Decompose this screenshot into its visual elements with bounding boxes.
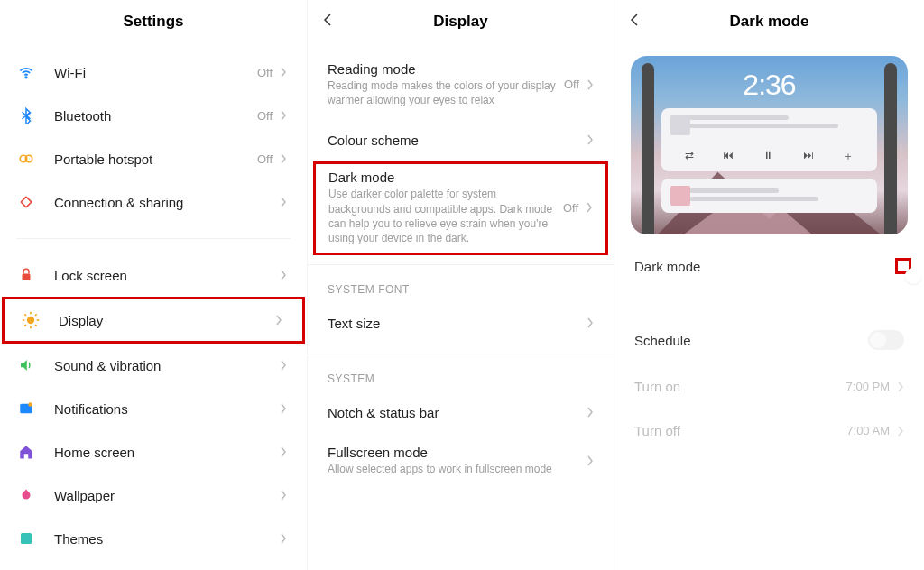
display-item-title: Notch & status bar xyxy=(328,405,587,420)
svg-point-4 xyxy=(27,317,34,324)
settings-item-sound[interactable]: Sound & vibration xyxy=(0,344,307,387)
display-item-title: Reading mode xyxy=(328,61,564,77)
display-item-notch[interactable]: Notch & status bar xyxy=(308,391,614,434)
media-controls: ⇄ ⏮ ⏸ ⏭ ＋ xyxy=(670,149,868,164)
chevron-right-icon xyxy=(280,197,287,207)
section-system-font: SYSTEM FONT xyxy=(308,274,614,301)
wallpaper-icon xyxy=(16,485,36,505)
svg-point-14 xyxy=(28,402,32,407)
chevron-right-icon xyxy=(280,533,287,544)
chevron-right-icon xyxy=(587,79,594,90)
display-item-title: Colour scheme xyxy=(328,133,587,148)
settings-item-label: Wi-Fi xyxy=(54,65,257,80)
settings-item-label: Display xyxy=(59,313,275,328)
divider xyxy=(308,264,614,265)
turn-off-row[interactable]: Turn off 7:00 AM xyxy=(614,409,924,453)
display-list: Reading mode Reading mode makes the colo… xyxy=(308,43,614,487)
hotspot-icon xyxy=(16,149,36,169)
settings-item-status: Off xyxy=(257,152,273,166)
chevron-right-icon xyxy=(280,110,287,121)
turn-off-label: Turn off xyxy=(634,423,846,438)
chevron-right-icon xyxy=(280,153,287,164)
chevron-right-icon xyxy=(897,382,904,392)
prev-icon: ⏮ xyxy=(723,149,734,164)
display-item-text-size[interactable]: Text size xyxy=(308,301,614,345)
display-item-title: Text size xyxy=(328,316,587,331)
album-thumb xyxy=(670,115,690,135)
settings-header: Settings xyxy=(0,0,307,43)
display-item-title: Dark mode xyxy=(328,170,563,185)
display-pane: Display Reading mode Reading mode makes … xyxy=(307,0,614,570)
chevron-right-icon xyxy=(587,317,594,328)
back-button[interactable] xyxy=(320,13,335,27)
display-item-fullscreen[interactable]: Fullscreen mode Allow selected apps to w… xyxy=(308,434,614,487)
chevron-right-icon xyxy=(897,426,904,437)
darkmode-toggle-highlight xyxy=(895,258,911,274)
back-button[interactable] xyxy=(627,13,642,27)
chevron-right-icon xyxy=(587,407,594,418)
settings-item-label: Lock screen xyxy=(54,268,280,283)
preview-clock: 2:36 xyxy=(631,69,908,102)
app-thumb xyxy=(670,186,690,206)
darkmode-toggle-row: Dark mode xyxy=(614,244,924,289)
settings-item-label: Home screen xyxy=(54,445,280,460)
schedule-toggle[interactable] xyxy=(868,330,904,350)
schedule-label: Schedule xyxy=(634,333,868,348)
settings-item-wallpaper[interactable]: Wallpaper xyxy=(0,473,307,517)
chevron-right-icon xyxy=(280,446,287,457)
settings-item-label: Portable hotspot xyxy=(54,152,257,167)
divider xyxy=(308,354,614,354)
settings-item-display[interactable]: Display xyxy=(2,297,305,344)
settings-item-bluetooth[interactable]: Bluetooth Off xyxy=(0,94,307,137)
settings-pane: Settings Wi-Fi Off Bluetooth Off Portabl… xyxy=(0,0,307,570)
settings-item-homescreen[interactable]: Home screen xyxy=(0,430,307,473)
svg-rect-15 xyxy=(21,533,32,544)
chevron-right-icon xyxy=(280,67,287,78)
settings-item-status: Off xyxy=(257,66,273,79)
display-item-title: Fullscreen mode xyxy=(328,445,587,460)
next-icon: ⏭ xyxy=(803,149,814,164)
chevron-right-icon xyxy=(280,490,287,501)
settings-item-status: Off xyxy=(257,109,273,123)
plus-icon: ＋ xyxy=(843,149,854,164)
themes-icon xyxy=(16,529,36,548)
preview-image: 2:36 ⇄ ⏮ ⏸ ⏭ ＋ xyxy=(631,56,908,234)
svg-line-9 xyxy=(24,314,26,316)
display-item-reading-mode[interactable]: Reading mode Reading mode makes the colo… xyxy=(308,51,614,118)
settings-item-label: Themes xyxy=(54,531,280,547)
notif-icon xyxy=(16,399,36,418)
display-item-sub: Use darker color palette for system back… xyxy=(328,187,563,245)
settings-item-hotspot[interactable]: Portable hotspot Off xyxy=(0,137,307,180)
settings-item-connection-sharing[interactable]: Connection & sharing xyxy=(0,180,307,224)
settings-item-label: Bluetooth xyxy=(54,108,257,124)
lock-icon xyxy=(16,265,36,285)
darkmode-header: Dark mode xyxy=(614,0,924,43)
chevron-right-icon xyxy=(587,455,594,466)
chevron-right-icon xyxy=(587,134,594,145)
settings-item-label: Notifications xyxy=(54,401,280,417)
divider xyxy=(16,238,291,239)
display-item-sub: Reading mode makes the colors of your di… xyxy=(328,78,564,107)
turn-on-label: Turn on xyxy=(634,379,846,394)
sharing-icon xyxy=(16,192,36,212)
preview-notif-card xyxy=(661,179,877,213)
settings-item-wifi[interactable]: Wi-Fi Off xyxy=(0,51,307,94)
shuffle-icon: ⇄ xyxy=(685,149,694,164)
chevron-right-icon xyxy=(280,270,287,280)
home-icon xyxy=(16,442,36,462)
page-title: Dark mode xyxy=(730,13,809,31)
settings-item-notifications[interactable]: Notifications xyxy=(0,387,307,430)
display-item-colour-scheme[interactable]: Colour scheme xyxy=(308,118,614,161)
display-item-status: Off xyxy=(564,78,579,91)
section-system: SYSTEM xyxy=(308,363,614,391)
chevron-right-icon xyxy=(275,315,282,326)
display-item-sub: Allow selected apps to work in fullscree… xyxy=(328,462,587,476)
bluetooth-icon xyxy=(16,106,36,125)
settings-item-lockscreen[interactable]: Lock screen xyxy=(0,253,307,297)
display-item-dark-mode[interactable]: Dark mode Use darker color palette for s… xyxy=(313,161,608,255)
settings-list: Wi-Fi Off Bluetooth Off Portable hotspot… xyxy=(0,43,307,560)
schedule-toggle-row: Schedule xyxy=(614,316,924,364)
svg-line-12 xyxy=(35,314,37,316)
settings-item-themes[interactable]: Themes xyxy=(0,517,307,560)
turn-on-row[interactable]: Turn on 7:00 PM xyxy=(614,364,924,409)
